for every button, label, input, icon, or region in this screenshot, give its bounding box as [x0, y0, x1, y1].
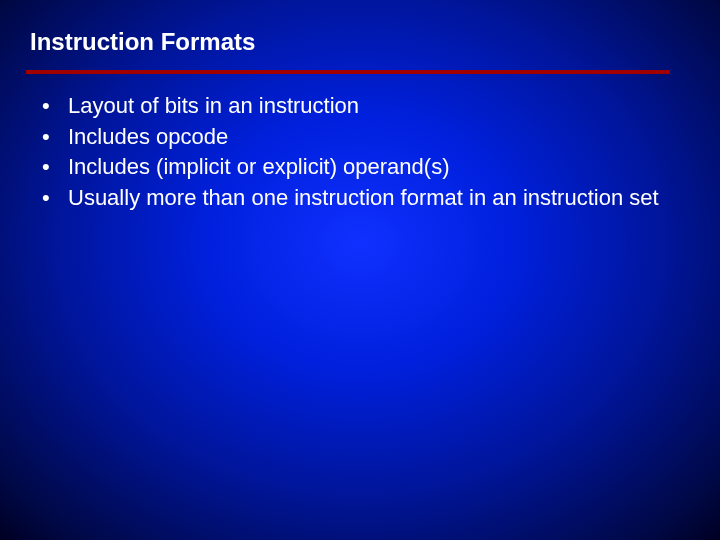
bullet-icon: • [38, 153, 68, 182]
list-item: • Includes opcode [38, 123, 690, 152]
list-item: • Layout of bits in an instruction [38, 92, 690, 121]
bullet-icon: • [38, 123, 68, 152]
bullet-icon: • [38, 184, 68, 213]
bullet-icon: • [38, 92, 68, 121]
title-underline [26, 70, 670, 74]
list-item: • Includes (implicit or explicit) operan… [38, 153, 690, 182]
bullet-list: • Layout of bits in an instruction • Inc… [30, 92, 690, 212]
list-item: • Usually more than one instruction form… [38, 184, 690, 213]
slide-title: Instruction Formats [30, 28, 690, 64]
bullet-text: Includes (implicit or explicit) operand(… [68, 153, 690, 182]
slide-container: Instruction Formats • Layout of bits in … [0, 0, 720, 540]
bullet-text: Usually more than one instruction format… [68, 184, 690, 213]
bullet-text: Layout of bits in an instruction [68, 92, 690, 121]
bullet-text: Includes opcode [68, 123, 690, 152]
